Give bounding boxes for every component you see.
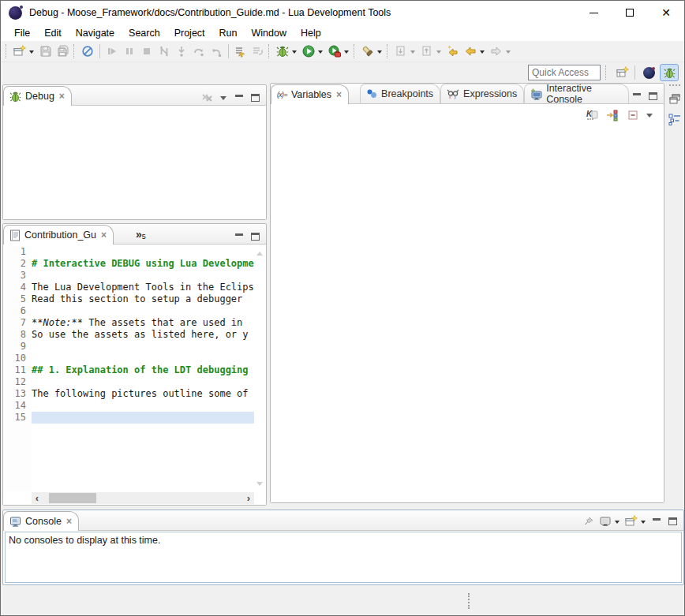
debug-view-menu-button[interactable] (215, 91, 231, 105)
tab-interactive-console[interactable]: Interactive Console (524, 84, 629, 103)
next-annotation-icon (395, 45, 407, 58)
skip-all-breakpoints-button[interactable] (79, 43, 96, 60)
editor-line-number-gutter: 1 2 3 4 5 6 7 8 9 10 11 12 13 14 15 (3, 246, 32, 491)
back-button[interactable] (462, 43, 488, 60)
debug-view-body[interactable] (3, 106, 266, 219)
new-wizard-button[interactable] (11, 43, 37, 60)
remove-all-terminated-icon (201, 91, 214, 104)
editor-body[interactable]: 1 2 3 4 5 6 7 8 9 10 11 12 13 14 15 # In… (3, 245, 266, 505)
console-maximize-button[interactable] (664, 514, 680, 528)
menu-project[interactable]: Project (167, 26, 212, 40)
lua-perspective-button[interactable] (639, 64, 658, 81)
toolbar-grip[interactable] (6, 44, 9, 58)
open-perspective-button[interactable] (614, 64, 631, 81)
minimize-icon (633, 93, 641, 95)
toolbar-grip[interactable] (73, 44, 77, 58)
scroll-down-icon[interactable] (256, 482, 263, 489)
toolbar-grip[interactable] (605, 65, 609, 80)
toolbar-grip[interactable] (354, 44, 357, 58)
toolbar-grip[interactable] (268, 44, 272, 58)
tab-debug[interactable]: Debug × (3, 86, 72, 106)
console-body[interactable]: No consoles to display at this time. (5, 532, 682, 583)
quick-access-input[interactable] (528, 65, 601, 80)
close-icon[interactable]: × (66, 516, 72, 527)
menu-file[interactable]: File (7, 26, 37, 40)
svg-text:x: x (449, 95, 451, 99)
previous-annotation-dropdown (436, 50, 441, 56)
scroll-up-icon[interactable] (256, 248, 263, 256)
search-dropdown[interactable] (377, 50, 382, 56)
toolbar-separator (228, 44, 229, 58)
editor-text-area[interactable]: # Interactive DEBUG using Lua Developme … (32, 246, 254, 491)
code-line (32, 246, 254, 258)
menu-run[interactable]: Run (212, 26, 245, 40)
display-console-dropdown[interactable] (615, 521, 619, 526)
console-minimize-button[interactable] (649, 514, 664, 528)
editor-maximize-button[interactable] (247, 230, 263, 244)
minimize-window-button[interactable] (575, 1, 612, 24)
restore-views-button[interactable] (667, 91, 683, 106)
debug-maximize-button[interactable] (247, 91, 263, 105)
close-icon[interactable]: × (101, 230, 107, 241)
back-icon (464, 45, 477, 58)
bottom-trim-drag-handle[interactable] (468, 593, 470, 609)
toolbar-grip[interactable] (387, 44, 391, 58)
show-type-names-button[interactable]: K (583, 106, 601, 124)
tab-variables[interactable]: (x)= Variables × (271, 84, 349, 104)
collapse-all-button[interactable] (624, 106, 642, 124)
trim-drag-handle[interactable] (669, 84, 680, 86)
variables-view-body[interactable] (271, 125, 664, 502)
variables-view-menu-button[interactable] (642, 108, 657, 122)
editor-minimize-button[interactable] (231, 230, 247, 244)
editor-tab-row: Contribution_Gu × »5 (3, 224, 266, 245)
forward-icon (490, 45, 503, 58)
show-logical-structures-button[interactable] (604, 106, 621, 124)
tab-console[interactable]: Console × (3, 511, 79, 531)
editor-vertical-scrollbar[interactable] (254, 246, 265, 491)
resume-icon (106, 45, 118, 58)
close-icon[interactable]: × (59, 91, 65, 102)
variables-maximize-button[interactable] (645, 89, 661, 103)
title-bar: Debug - Moose_Framework/docs/Contributio… (1, 1, 684, 24)
external-tools-dropdown[interactable] (344, 50, 349, 56)
menu-help[interactable]: Help (294, 26, 328, 40)
last-edit-location-button[interactable] (444, 43, 462, 60)
menu-edit[interactable]: Edit (37, 26, 69, 40)
new-wizard-dropdown[interactable] (29, 50, 34, 56)
toolbar-separator (99, 44, 100, 58)
debug-perspective-button[interactable] (660, 64, 679, 81)
scroll-right-icon[interactable]: › (243, 492, 254, 504)
editor-horizontal-scrollbar[interactable]: ‹ › (32, 492, 254, 504)
tab-expressions[interactable]: xy Expressions (440, 84, 524, 103)
menu-search[interactable]: Search (122, 26, 167, 40)
run-button[interactable] (300, 43, 326, 60)
close-icon[interactable]: × (336, 89, 342, 100)
tab-contribution-guide[interactable]: Contribution_Gu × (3, 225, 114, 245)
maximize-window-button[interactable] (612, 1, 648, 24)
display-selected-console-button[interactable] (597, 513, 623, 530)
line-number: 11 (3, 364, 32, 376)
code-line: **Note:** The assets that are used in (32, 317, 254, 329)
debug-dropdown[interactable] (292, 50, 297, 56)
horizontal-scroll-thumb[interactable] (49, 493, 96, 503)
search-button[interactable] (359, 43, 385, 60)
tab-contribution-guide-label: Contribution_Gu (24, 230, 96, 241)
editor-tab-overflow[interactable]: »5 (136, 228, 146, 241)
variables-minimize-button[interactable] (629, 89, 645, 103)
menu-navigate[interactable]: Navigate (69, 26, 122, 40)
use-step-filters-button[interactable] (232, 43, 249, 60)
menu-window[interactable]: Window (245, 26, 294, 40)
outline-view-button[interactable] (667, 111, 683, 127)
scroll-left-icon[interactable]: ‹ (32, 492, 43, 504)
debug-minimize-button[interactable] (231, 91, 247, 105)
back-dropdown[interactable] (480, 50, 485, 56)
open-console-button[interactable] (623, 513, 649, 530)
pin-console-button (581, 514, 597, 528)
external-tools-button[interactable] (326, 43, 352, 60)
open-console-dropdown[interactable] (641, 521, 646, 526)
line-number: 2 (3, 258, 32, 270)
tab-breakpoints[interactable]: Breakpoints (360, 84, 440, 103)
run-dropdown[interactable] (318, 50, 323, 56)
debug-button[interactable] (274, 43, 300, 60)
close-window-button[interactable]: ✕ (648, 1, 684, 24)
